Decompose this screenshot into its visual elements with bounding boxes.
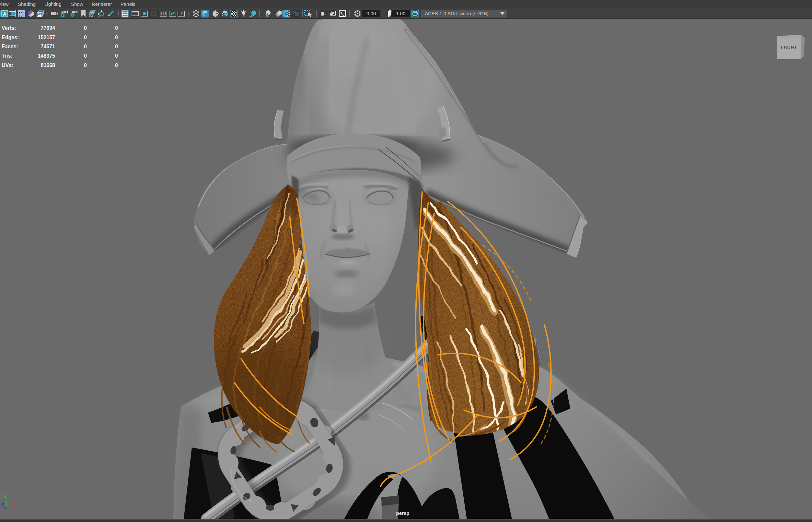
letter-a-icon: A — [1, 10, 8, 18]
toolbar-separator — [302, 10, 303, 18]
camera-gear-icon — [70, 10, 78, 18]
exposure-button[interactable] — [353, 10, 361, 18]
menu-view[interactable]: View — [0, 0, 8, 8]
toolbar-separator — [46, 10, 47, 18]
perspective-viewport[interactable]: Verts:7769400 Edges:15215700 Faces:74571… — [0, 19, 812, 519]
camera-lock-icon — [60, 10, 68, 18]
use-all-lights-button[interactable] — [240, 10, 248, 18]
image-plane-button[interactable] — [88, 10, 96, 18]
toolbar-separator — [188, 10, 190, 18]
hud-row-uvs: UVs:8166800 — [0, 57, 9, 63]
grease-pencil-button[interactable] — [106, 10, 114, 18]
svg-text:x: x — [12, 501, 15, 506]
xray-joints-button[interactable] — [329, 10, 336, 18]
hud-row-edges: Edges:15215700 — [0, 29, 9, 35]
color-wheel-button[interactable] — [27, 10, 35, 18]
hud-row-verts: Verts:7769400 — [0, 19, 9, 26]
pan-zoom-button[interactable] — [97, 10, 105, 18]
toolbar-separator — [315, 10, 317, 18]
gate-mask-icon — [149, 10, 158, 18]
film-gate-button[interactable] — [131, 10, 139, 18]
gamma-button[interactable] — [384, 10, 392, 18]
resolution-gate-icon — [140, 10, 149, 18]
menu-panels[interactable]: Panels — [120, 0, 135, 8]
menu-lighting[interactable]: Lighting — [44, 0, 62, 8]
use-default-material-button[interactable] — [212, 10, 220, 18]
bookmarks-button[interactable] — [80, 10, 88, 18]
svg-text:z: z — [1, 502, 4, 507]
svg-text:A: A — [3, 11, 6, 17]
xray-button[interactable] — [319, 10, 327, 18]
menu-renderer[interactable]: Renderer — [92, 0, 112, 8]
transparency-button[interactable] — [292, 10, 300, 18]
video-camera-icon — [51, 10, 59, 18]
default-material-sphere-icon — [212, 10, 220, 18]
motion-blur-button[interactable] — [275, 10, 283, 18]
anti-aliasing-button[interactable] — [282, 10, 290, 18]
panel-menu-bar: View Shading Lighting Show Renderer Pane… — [0, 0, 812, 8]
camera-attributes-letter-a-button[interactable]: A — [1, 10, 8, 18]
chevron-down-icon — [500, 12, 505, 15]
menu-show[interactable]: Show — [71, 0, 83, 8]
gate-mask-selection-button[interactable] — [18, 10, 25, 18]
checker-sphere-icon — [230, 10, 238, 18]
crop-frame-icon — [9, 10, 17, 18]
textured-checker-button[interactable] — [230, 10, 238, 18]
shade-textured-button[interactable] — [221, 10, 228, 18]
hud-row-tris: Tris:14837500 — [0, 47, 9, 54]
wireframe-cube-icon — [192, 10, 200, 18]
svg-text:T: T — [180, 11, 183, 16]
safe-action-button[interactable] — [169, 10, 176, 18]
image-planes-stack-button[interactable] — [36, 10, 44, 18]
shadows-ball-icon — [249, 10, 257, 18]
pan-zoom-magnifier-icon — [97, 10, 105, 18]
color-wheel-icon — [27, 10, 35, 18]
exposure-aperture-icon — [353, 10, 362, 18]
xray-squares-icon — [319, 10, 328, 18]
gamma-field[interactable]: 1.00 — [391, 10, 410, 17]
exposure-field[interactable]: 0.00 — [362, 10, 381, 17]
toolbar-separator — [118, 10, 119, 18]
ssao-ball-icon — [264, 10, 272, 18]
anti-aliasing-ring-icon — [282, 10, 291, 18]
svg-text:ON: ON — [413, 12, 417, 16]
image-plane-icon — [88, 10, 96, 18]
pencil-icon — [106, 10, 114, 18]
isolate-select-button[interactable] — [304, 10, 312, 18]
viewport-snapshot-button[interactable] — [338, 10, 346, 18]
shaded-cube-icon — [201, 10, 209, 18]
dashed-selection-icon — [18, 10, 25, 18]
svg-text:FRONT: FRONT — [781, 45, 797, 49]
resolution-gate-button[interactable] — [140, 10, 148, 18]
snapshot-icon — [338, 10, 347, 18]
xray-joints-icon — [329, 10, 337, 18]
field-chart-button[interactable] — [159, 10, 167, 18]
safe-action-icon — [169, 10, 177, 18]
lock-camera-button[interactable] — [60, 10, 68, 18]
camera-name-label: persp — [370, 510, 435, 516]
safe-title-button[interactable]: T — [177, 10, 185, 18]
color-management-button[interactable]: ON — [411, 10, 419, 18]
camera-settings-button[interactable] — [70, 10, 77, 18]
grid-icon — [121, 10, 129, 18]
clay-render-pirate-bust — [0, 19, 812, 519]
field-chart-icon — [159, 10, 168, 18]
film-gate-crop-button[interactable] — [9, 10, 17, 18]
image-stack-icon — [36, 10, 44, 18]
view-transform-select[interactable]: ACES 1.0 SDR-video (sRGB) — [421, 10, 497, 18]
screen-space-ao-button[interactable] — [264, 10, 272, 18]
panel-toolbar: A — [0, 8, 812, 19]
view-transform-dropdown-arrow[interactable] — [497, 10, 507, 18]
wireframe-button[interactable] — [192, 10, 199, 18]
color-management-on-icon: ON — [411, 10, 419, 18]
menu-shading[interactable]: Shading — [18, 0, 36, 8]
smooth-shade-button[interactable] — [201, 10, 209, 18]
shadows-button[interactable] — [249, 10, 257, 18]
hud-row-faces: Faces:7457100 — [0, 38, 9, 44]
select-camera-button[interactable] — [51, 10, 58, 18]
gate-mask-button[interactable] — [149, 10, 157, 18]
grid-button[interactable] — [121, 10, 129, 18]
toolbar-separator — [349, 10, 350, 18]
film-gate-icon — [131, 10, 139, 18]
front-image-plane: FRONT — [774, 32, 810, 65]
